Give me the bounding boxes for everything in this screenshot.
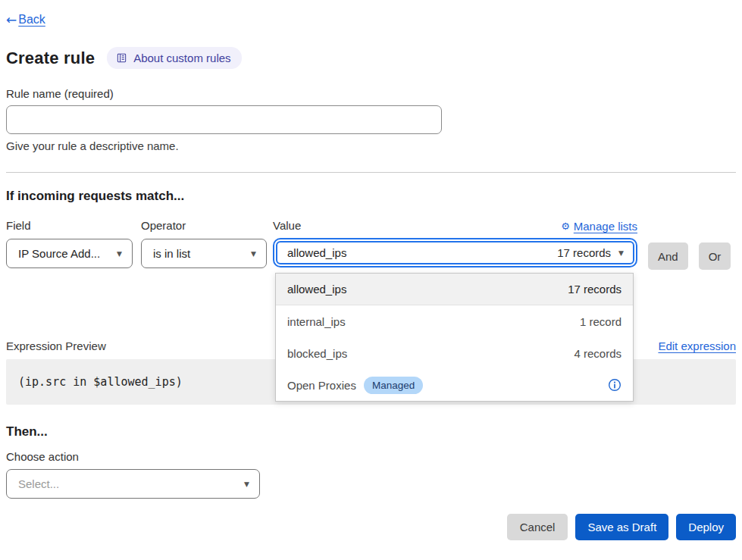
deploy-button[interactable]: Deploy [676,514,736,540]
edit-expression-link[interactable]: Edit expression [658,339,736,352]
list-option-blocked-ips[interactable]: blocked_ips 4 records [276,337,633,369]
expression-code: (ip.src in $allowed_ips) [18,375,183,389]
field-label: Field [6,219,133,232]
andor-buttons: And Or [648,242,731,270]
match-heading: If incoming requests match... [6,189,736,204]
chevron-down-icon: ▼ [117,250,122,258]
match-condition-row: Field IP Source Add... ▼ Operator is in … [6,219,736,270]
value-selected-list: allowed_ips [287,246,557,259]
list-option-meta: 1 record [580,315,621,328]
or-button[interactable]: Or [699,242,731,270]
and-button[interactable]: And [648,242,688,270]
value-label: Value [273,219,301,232]
create-rule-page: ←Back Create rule About custom rules Rul… [0,0,742,560]
list-option-name: blocked_ips [287,347,347,360]
list-option-allowed-ips[interactable]: allowed_ips 17 records [276,274,633,305]
list-dropdown: allowed_ips 17 records internal_ips 1 re… [275,273,634,402]
back-arrow-icon: ← [6,12,17,27]
save-as-draft-button[interactable]: Save as Draft [575,514,668,540]
back-label: Back [18,13,45,27]
list-option-name: allowed_ips [287,283,346,296]
choose-action-label: Choose action [6,450,736,463]
operator-column: Operator is in list ▼ [141,219,267,268]
operator-label: Operator [141,219,267,232]
chevron-down-icon: ▼ [244,480,249,488]
field-select[interactable]: IP Source Add... ▼ [6,239,133,268]
expression-preview-label: Expression Preview [6,339,106,352]
about-custom-rules-label: About custom rules [133,52,230,64]
value-column: Value ⚙Manage lists allowed_ips 17 recor… [273,219,637,267]
value-selected-meta: 17 records [557,246,611,259]
list-option-meta: 4 records [574,347,621,360]
operator-select[interactable]: is in list ▼ [141,239,267,268]
operator-selected-value: is in list [153,247,243,260]
field-column: Field IP Source Add... ▼ [6,219,133,268]
value-combobox-focus-ring: allowed_ips 17 records ▼ [273,238,637,267]
then-heading: Then... [6,424,736,440]
cancel-button[interactable]: Cancel [507,514,568,540]
action-placeholder: Select... [18,477,236,490]
field-selected-value: IP Source Add... [18,247,109,260]
list-option-meta: 17 records [568,283,621,296]
list-option-open-proxies[interactable]: Open Proxies Managed [276,369,633,401]
book-icon [116,52,127,64]
value-combobox[interactable]: allowed_ips 17 records ▼ [276,241,634,264]
title-row: Create rule About custom rules [6,47,736,69]
rule-name-helper: Give your rule a descriptive name. [6,139,736,152]
footer-actions: Cancel Save as Draft Deploy [6,514,736,540]
chevron-down-icon: ▼ [251,250,256,258]
section-divider [6,172,736,173]
gear-icon: ⚙ [561,221,570,232]
rule-name-input[interactable] [6,105,442,134]
action-select[interactable]: Select... ▼ [6,469,260,499]
about-custom-rules-link[interactable]: About custom rules [107,47,241,69]
rule-name-label: Rule name (required) [6,87,736,100]
value-label-row: Value ⚙Manage lists [273,219,637,233]
manage-lists-label: Manage lists [574,220,637,233]
managed-badge: Managed [364,377,423,394]
back-link[interactable]: ←Back [6,12,45,27]
chevron-down-icon: ▼ [618,249,624,257]
page-title: Create rule [6,48,95,68]
list-option-name: Open Proxies [287,379,356,392]
manage-lists-link[interactable]: ⚙Manage lists [561,220,637,233]
list-option-name: internal_ips [287,315,346,328]
list-option-internal-ips[interactable]: internal_ips 1 record [276,305,633,337]
info-icon[interactable] [608,378,621,392]
